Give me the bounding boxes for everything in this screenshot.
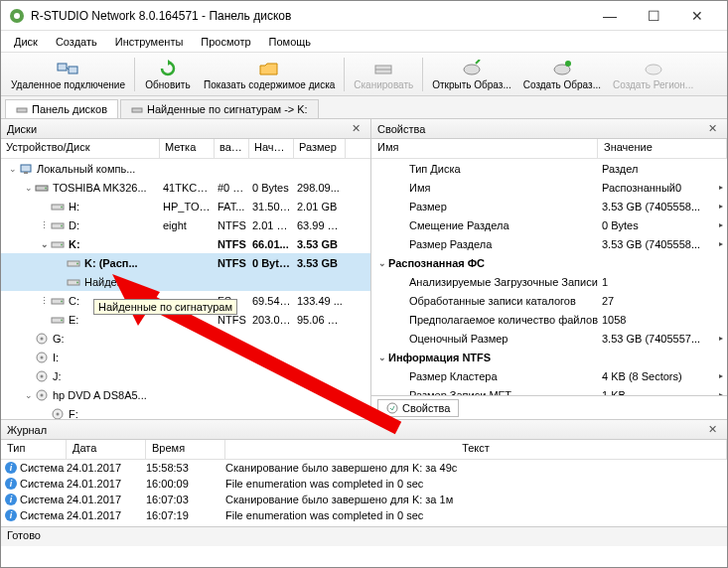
expand-icon[interactable]: ⌄ [7, 164, 18, 174]
tree-row[interactable]: Найден... [1, 272, 370, 291]
col-fs[interactable]: вая с [215, 139, 249, 158]
close-icon[interactable]: ✕ [704, 122, 721, 135]
tree-row[interactable]: ⋮D:eightNTFS2.01 GB63.99 GB [1, 215, 370, 234]
prop-row[interactable]: Смещение Раздела0 Bytes▸ [371, 215, 727, 234]
log-row[interactable]: iСистема24.01.201716:00:09File enumerati… [1, 476, 727, 492]
prop-row[interactable]: Тип ДискаРаздел [371, 159, 727, 178]
prop-row[interactable]: Размер Кластера4 KB (8 Sectors)▸ [371, 366, 727, 385]
svg-point-24 [76, 262, 78, 264]
menu-создать[interactable]: Создать [48, 34, 105, 50]
toolbar-create-image[interactable]: Создать Образ... [517, 57, 607, 92]
props-footer: Свойства [371, 395, 727, 419]
maximize-button[interactable]: ☐ [632, 2, 675, 30]
tree-header: Устройство/Диск Метка вая с Начало Разме… [1, 139, 370, 159]
menu-просмотр[interactable]: Просмотр [193, 34, 258, 50]
svg-point-7 [464, 65, 480, 74]
svg-point-36 [41, 374, 44, 377]
props-header: Свойства ✕ [371, 119, 727, 139]
tree-row[interactable]: K: (Расп...NTFS0 Bytes3.53 GB [1, 253, 370, 272]
col-size[interactable]: Размер [294, 139, 346, 158]
tabs: Панель дисковНайденные по сигнатурам -> … [1, 96, 727, 119]
menu-инструменты[interactable]: Инструменты [107, 34, 192, 50]
log-body[interactable]: iСистема24.01.201715:58:53Сканирование б… [1, 460, 727, 526]
vol-icon [50, 219, 66, 231]
prop-row[interactable]: Размер Раздела3.53 GB (7405558...▸ [371, 234, 727, 253]
tab[interactable]: Панель дисков [5, 99, 118, 118]
toolbar-open-image[interactable]: Открыть Образ... [426, 57, 517, 92]
prop-row[interactable]: Предполагаемое количество файлов1058 [371, 310, 727, 329]
open-image-icon [460, 59, 484, 78]
props-body[interactable]: Тип ДискаРазделИмяРаспознанный0▸Размер3.… [371, 159, 727, 395]
tree-row[interactable]: F: [1, 404, 370, 419]
folder-icon [257, 59, 281, 78]
svg-rect-12 [132, 108, 142, 112]
chevron-right-icon[interactable]: ▸ [719, 202, 723, 211]
chevron-right-icon[interactable]: ▸ [719, 239, 723, 248]
minimize-button[interactable]: — [588, 2, 632, 30]
app-icon [9, 8, 25, 24]
tab[interactable]: Найденные по сигнатурам -> K: [120, 99, 319, 118]
prop-row[interactable]: ⌄Информация NTFS [371, 348, 727, 366]
toolbar-folder[interactable]: Показать содержимое диска [198, 57, 341, 92]
menu-диск[interactable]: Диск [6, 34, 46, 50]
toolbar-remote[interactable]: Удаленное подключение [5, 57, 131, 92]
prop-row[interactable]: ИмяРаспознанный0▸ [371, 178, 727, 197]
region-icon [642, 59, 665, 78]
col-value[interactable]: Значение [598, 139, 727, 158]
prop-row[interactable]: Анализируемые Загрузочные Записи1 [371, 272, 727, 291]
tree-row[interactable]: ⌄hp DVD A DS8A5... [1, 385, 370, 404]
col-time[interactable]: Время [146, 440, 225, 459]
log-header: Журнал ✕ [1, 420, 727, 440]
tree-row[interactable]: ⌄K:NTFS66.01...3.53 GB [1, 234, 370, 253]
expand-icon[interactable]: ⌄ [23, 390, 34, 400]
close-icon[interactable]: ✕ [704, 423, 721, 436]
expand-icon[interactable]: ⌄ [39, 239, 50, 249]
drive-icon [131, 103, 143, 115]
toolbar-refresh[interactable]: Обновить [138, 57, 198, 92]
svg-point-20 [61, 224, 63, 226]
tree-row[interactable]: ⌄TOSHIBA MK326...41TKC1VIT#0 S...0 Bytes… [1, 178, 370, 197]
tree-row[interactable]: ⌄Локальный компь... [1, 159, 370, 178]
log-row[interactable]: iСистема24.01.201716:07:19File enumerati… [1, 507, 727, 523]
toolbar: Удаленное подключениеОбновитьПоказать со… [1, 53, 727, 96]
col-name[interactable]: Имя [371, 139, 598, 158]
log-pane: Журнал ✕ Тип Дата Время Текст iСистема24… [1, 419, 727, 526]
chevron-right-icon[interactable]: ▸ [719, 334, 723, 343]
col-type[interactable]: Тип [1, 440, 67, 459]
col-text[interactable]: Текст [225, 440, 727, 459]
disks-pane: Диски ✕ Устройство/Диск Метка вая с Нача… [1, 119, 371, 419]
tree-row[interactable]: H:HP_TOOLSFAT...31.50 ...2.01 GB [1, 197, 370, 215]
close-button[interactable]: ✕ [675, 2, 719, 30]
toolbar-scanner: Сканировать [348, 57, 419, 92]
log-row[interactable]: iСистема24.01.201715:58:53Сканирование б… [1, 460, 727, 476]
chevron-right-icon[interactable]: ▸ [719, 220, 723, 229]
chevron-right-icon[interactable]: ▸ [719, 183, 723, 192]
tree-row[interactable]: G: [1, 329, 370, 348]
menu-помощь[interactable]: Помощь [261, 34, 320, 50]
log-columns: Тип Дата Время Текст [1, 440, 727, 460]
expand-icon[interactable]: ⋮ [39, 296, 50, 306]
expand-icon[interactable]: ⌄ [377, 258, 388, 268]
expand-icon[interactable]: ⋮ [39, 220, 50, 230]
col-label[interactable]: Метка [160, 139, 215, 158]
chevron-right-icon[interactable]: ▸ [719, 371, 723, 380]
col-device[interactable]: Устройство/Диск [1, 139, 160, 158]
props-tab[interactable]: Свойства [377, 399, 459, 417]
prop-row[interactable]: Обработанные записи каталогов27 [371, 291, 727, 310]
prop-row[interactable]: Размер3.53 GB (7405558...▸ [371, 197, 727, 215]
disks-title: Диски [7, 123, 37, 135]
col-start[interactable]: Начало [249, 139, 294, 158]
tree-row[interactable]: I: [1, 348, 370, 366]
col-date[interactable]: Дата [67, 440, 146, 459]
disks-header: Диски ✕ [1, 119, 370, 139]
log-row[interactable]: iСистема24.01.201716:07:03Сканирование б… [1, 492, 727, 507]
close-icon[interactable]: ✕ [348, 122, 364, 135]
tree-row[interactable]: J: [1, 366, 370, 385]
prop-row[interactable]: Оценочный Размер3.53 GB (7405557...▸ [371, 329, 727, 348]
disks-tree[interactable]: ⌄Локальный компь...⌄TOSHIBA MK326...41TK… [1, 159, 370, 419]
expand-icon[interactable]: ⌄ [23, 183, 34, 193]
toolbar-region: Создать Регион... [607, 57, 699, 92]
prop-row[interactable]: Размер Записи MFT1 KB▸ [371, 385, 727, 395]
expand-icon[interactable]: ⌄ [377, 353, 388, 362]
prop-row[interactable]: ⌄Распознанная ФС [371, 253, 727, 272]
